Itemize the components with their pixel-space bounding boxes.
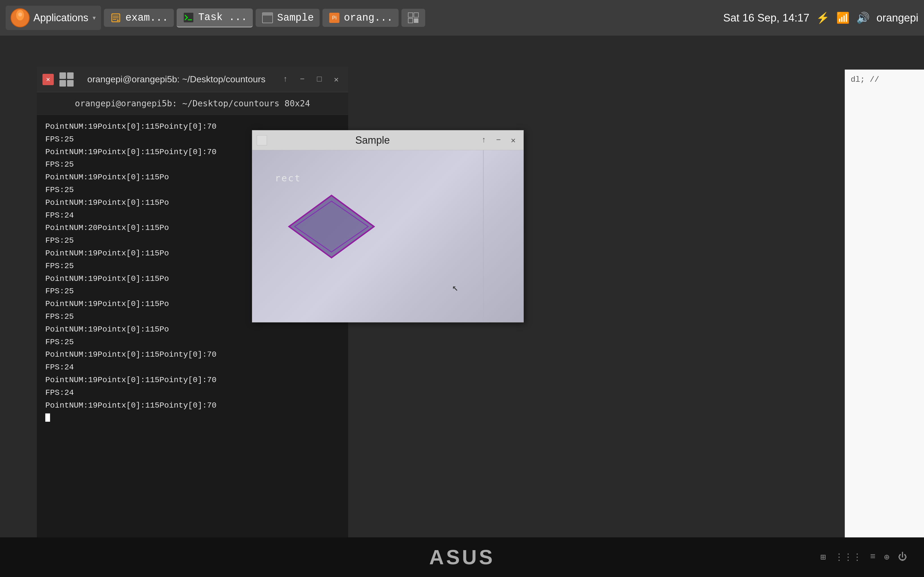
terminal-line: PointNUM:19Pointx[0]:115Pointy[0]:70: [45, 374, 340, 387]
mouse-cursor-icon: ↖: [452, 281, 458, 294]
terminal-subtitle: orangepi@orangepi5b: ~/Desktop/countours…: [75, 98, 310, 108]
sample-content: rect ↖: [252, 150, 523, 322]
svg-rect-17: [414, 18, 418, 23]
window-icon: [261, 11, 274, 24]
taskbar: Applications ▾ exam... Task ...: [0, 0, 924, 35]
terminal-outer-titlebar: ✕ orangepi@orangepi5b: ~/Desktop/countou…: [37, 67, 348, 92]
sample-arrow-up-icon[interactable]: ↑: [478, 135, 489, 146]
diamond-svg: [278, 184, 385, 269]
bottom-icon-1[interactable]: ⊞: [821, 551, 826, 563]
orangepi-logo-icon: [10, 8, 30, 28]
sample-window-controls: ↑ − ✕: [478, 135, 519, 146]
code-sidebar: dl; //: [845, 69, 924, 551]
tab-editor-label: exam...: [125, 12, 168, 24]
tab-sample[interactable]: Sample: [256, 9, 320, 27]
terminal-line: PointNUM:19Pointx[0]:115Pointy[0]:70: [45, 348, 340, 361]
wifi-icon[interactable]: 📶: [836, 11, 850, 24]
desktop: Applications ▾ exam... Task ...: [0, 0, 924, 577]
svg-rect-11: [262, 13, 273, 16]
applications-label: Applications: [33, 12, 88, 24]
datetime-label: Sat 16 Sep, 14:17: [723, 12, 809, 24]
code-snippet: dl; //: [851, 75, 879, 84]
power-icon[interactable]: ⏻: [898, 551, 907, 563]
terminal-subtitle-bar: orangepi@orangepi5b: ~/Desktop/countours…: [37, 92, 348, 115]
svg-marker-7: [117, 19, 119, 21]
terminal-maximize-icon[interactable]: □: [313, 73, 326, 86]
terminal-outer-title: orangepi@orangepi5b: ~/Desktop/countours: [79, 74, 273, 85]
bluetooth-icon[interactable]: ⚡: [816, 11, 829, 24]
terminal-icon: [182, 11, 195, 24]
taskbar-right: Sat 16 Sep, 14:17 ⚡ 📶 🔊 orangepi: [723, 11, 918, 24]
svg-rect-14: [408, 13, 413, 17]
sample-window: Sample ↑ − ✕ rect ↖: [252, 130, 524, 322]
svg-rect-16: [408, 18, 413, 23]
bottom-right-icons: ⊞ ⋮⋮⋮ ≡ ⊕ ⏻: [821, 551, 907, 563]
bottom-icon-2[interactable]: ⋮⋮⋮: [835, 551, 862, 563]
sample-minimize-icon[interactable]: −: [493, 135, 504, 146]
sample-close-icon[interactable]: ✕: [507, 135, 519, 146]
applications-menu[interactable]: Applications ▾: [6, 6, 101, 30]
orangepi-small-icon: Pi: [328, 11, 341, 24]
svg-text:Pi: Pi: [332, 15, 337, 21]
tab-editor[interactable]: exam...: [104, 9, 174, 27]
tab-sample-label: Sample: [277, 12, 314, 24]
terminal-cursor: █: [45, 412, 340, 425]
sample-title: Sample: [271, 134, 473, 146]
window-switcher[interactable]: [401, 9, 425, 27]
tab-terminal[interactable]: Task ...: [177, 8, 253, 27]
asus-logo: ASUS: [429, 546, 495, 569]
menu-icon[interactable]: ≡: [870, 551, 876, 563]
applications-dropdown-icon: ▾: [92, 13, 97, 23]
tab-orangepi[interactable]: Pi orang...: [322, 9, 399, 27]
terminal-line: PointNUM:19Pointx[0]:115Pointy[0]:70: [45, 400, 340, 412]
terminal-line: FPS:24: [45, 387, 340, 400]
terminal-close-icon[interactable]: ✕: [42, 74, 54, 85]
camera-view: rect ↖: [252, 150, 523, 322]
tab-orangepi-label: orang...: [344, 12, 393, 24]
terminal-minimize-icon[interactable]: −: [296, 73, 309, 86]
sample-window-icon: [257, 135, 267, 145]
terminal-line: PointNUM:19Pointx[0]:115Po: [45, 323, 340, 336]
svg-marker-27: [289, 195, 374, 258]
tab-terminal-label: Task ...: [198, 11, 247, 23]
windows-icon: [407, 11, 420, 24]
rect-label: rect: [275, 173, 301, 184]
volume-icon[interactable]: 🔊: [856, 11, 870, 24]
pencil-icon: [110, 11, 122, 24]
terminal-close-btn[interactable]: ✕: [330, 73, 342, 86]
terminal-line: FPS:24: [45, 361, 340, 374]
diamond-shape: [278, 184, 385, 269]
bottom-icon-3[interactable]: ⊕: [884, 551, 890, 563]
sample-titlebar: Sample ↑ − ✕: [252, 131, 523, 150]
terminal-grid-icon: [60, 73, 74, 87]
terminal-line: FPS:25: [45, 336, 340, 349]
svg-rect-8: [183, 13, 194, 23]
terminal-window-controls: ↑ − □ ✕: [279, 73, 342, 86]
user-label: orangepi: [876, 12, 918, 24]
svg-point-2: [18, 13, 22, 16]
svg-rect-15: [414, 13, 418, 17]
terminal-arrow-up-icon[interactable]: ↑: [279, 73, 292, 86]
bottom-taskbar: ASUS ⊞ ⋮⋮⋮ ≡ ⊕ ⏻: [0, 537, 924, 577]
